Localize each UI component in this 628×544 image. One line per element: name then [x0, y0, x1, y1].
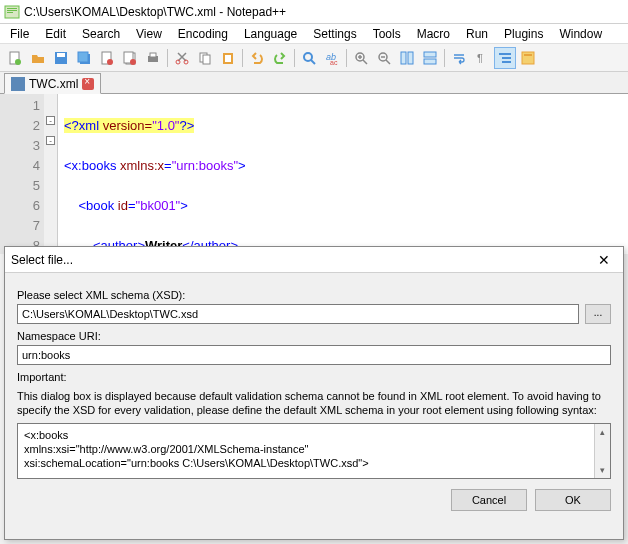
svg-point-5	[15, 59, 21, 65]
svg-rect-28	[401, 52, 406, 64]
dialog-title-bar: Select file... ✕	[5, 247, 623, 273]
svg-rect-9	[78, 52, 88, 62]
svg-rect-35	[502, 61, 511, 63]
wordwrap-icon[interactable]	[448, 47, 470, 69]
undo-icon[interactable]	[246, 47, 268, 69]
open-file-icon[interactable]	[27, 47, 49, 69]
svg-rect-29	[408, 52, 413, 64]
fold-box-icon[interactable]: -	[46, 116, 55, 125]
xsd-path-input[interactable]	[17, 304, 579, 324]
zoom-out-icon[interactable]	[373, 47, 395, 69]
ok-button[interactable]: OK	[535, 489, 611, 511]
svg-rect-33	[499, 53, 511, 55]
tab-twc-xml[interactable]: TWC.xml	[4, 73, 101, 94]
namespace-label: Namespace URI:	[17, 330, 611, 342]
svg-rect-16	[150, 53, 156, 57]
toolbar: abac ¶	[0, 44, 628, 72]
xsd-label: Please select XML schema (XSD):	[17, 289, 611, 301]
menu-encoding[interactable]: Encoding	[170, 25, 236, 43]
new-file-icon[interactable]	[4, 47, 26, 69]
menu-view[interactable]: View	[128, 25, 170, 43]
tab-bar: TWC.xml	[0, 72, 628, 94]
menu-tools[interactable]: Tools	[365, 25, 409, 43]
replace-icon[interactable]: abac	[321, 47, 343, 69]
svg-text:ac: ac	[330, 59, 338, 66]
svg-rect-7	[57, 53, 65, 57]
tab-close-icon[interactable]	[82, 78, 94, 90]
menu-macro[interactable]: Macro	[409, 25, 458, 43]
menu-plugins[interactable]: Plugins	[496, 25, 551, 43]
title-bar: C:\Users\KOMAL\Desktop\TWC.xml - Notepad…	[0, 0, 628, 24]
namespace-input[interactable]	[17, 345, 611, 365]
svg-rect-1	[7, 8, 17, 9]
sync-v-icon[interactable]	[396, 47, 418, 69]
redo-icon[interactable]	[269, 47, 291, 69]
dialog-title: Select file...	[11, 253, 73, 267]
syntax-line: xsi:schemaLocation="urn:books C:\Users\K…	[24, 456, 604, 470]
svg-rect-3	[7, 12, 13, 13]
line-gutter: 12345678	[0, 94, 44, 254]
menu-settings[interactable]: Settings	[305, 25, 364, 43]
code-area[interactable]: <?xml version="1.0"?> <x:books xmlns:x="…	[58, 94, 628, 254]
fold-box-icon[interactable]: -	[46, 136, 55, 145]
svg-text:¶: ¶	[477, 52, 483, 64]
save-all-icon[interactable]	[73, 47, 95, 69]
menu-edit[interactable]: Edit	[37, 25, 74, 43]
file-icon	[11, 77, 25, 91]
app-icon	[4, 4, 20, 20]
tab-label: TWC.xml	[29, 77, 78, 91]
scrollbar[interactable]: ▴ ▾	[594, 424, 610, 478]
syntax-box[interactable]: <x:books xmlns:xsi="http://www.w3.org/20…	[17, 423, 611, 479]
print-icon[interactable]	[142, 47, 164, 69]
svg-rect-37	[524, 54, 532, 56]
menu-bar: File Edit Search View Encoding Language …	[0, 24, 628, 44]
fold-margin[interactable]: - -	[44, 94, 58, 254]
menu-file[interactable]: File	[2, 25, 37, 43]
save-icon[interactable]	[50, 47, 72, 69]
find-icon[interactable]	[298, 47, 320, 69]
chevron-down-icon[interactable]: ▾	[595, 462, 610, 478]
close-all-icon[interactable]	[119, 47, 141, 69]
syntax-line: xmlns:xsi="http://www.w3.org/2001/XMLSch…	[24, 442, 604, 456]
svg-rect-31	[424, 59, 436, 64]
svg-rect-36	[522, 52, 534, 64]
dialog-close-icon[interactable]: ✕	[591, 250, 617, 270]
browse-button[interactable]: ...	[585, 304, 611, 324]
zoom-in-icon[interactable]	[350, 47, 372, 69]
doc-map-icon[interactable]	[517, 47, 539, 69]
svg-rect-2	[7, 10, 17, 11]
show-all-chars-icon[interactable]: ¶	[471, 47, 493, 69]
svg-point-14	[130, 59, 136, 65]
menu-window[interactable]: Window	[551, 25, 610, 43]
select-file-dialog: Select file... ✕ Please select XML schem…	[4, 246, 624, 540]
copy-icon[interactable]	[194, 47, 216, 69]
svg-point-11	[107, 59, 113, 65]
close-icon[interactable]	[96, 47, 118, 69]
svg-rect-30	[424, 52, 436, 57]
menu-search[interactable]: Search	[74, 25, 128, 43]
svg-rect-34	[502, 57, 511, 59]
menu-language[interactable]: Language	[236, 25, 305, 43]
cut-icon[interactable]	[171, 47, 193, 69]
sync-h-icon[interactable]	[419, 47, 441, 69]
editor[interactable]: 12345678 - - <?xml version="1.0"?> <x:bo…	[0, 94, 628, 254]
cancel-button[interactable]: Cancel	[451, 489, 527, 511]
important-text: This dialog box is displayed because def…	[17, 389, 611, 417]
indent-guide-icon[interactable]	[494, 47, 516, 69]
svg-point-23	[304, 53, 312, 61]
window-title: C:\Users\KOMAL\Desktop\TWC.xml - Notepad…	[24, 5, 286, 19]
menu-run[interactable]: Run	[458, 25, 496, 43]
svg-rect-22	[225, 55, 231, 62]
chevron-up-icon[interactable]: ▴	[595, 424, 610, 440]
svg-rect-20	[203, 55, 210, 64]
syntax-line: <x:books	[24, 428, 604, 442]
paste-icon[interactable]	[217, 47, 239, 69]
important-label: Important:	[17, 371, 611, 383]
